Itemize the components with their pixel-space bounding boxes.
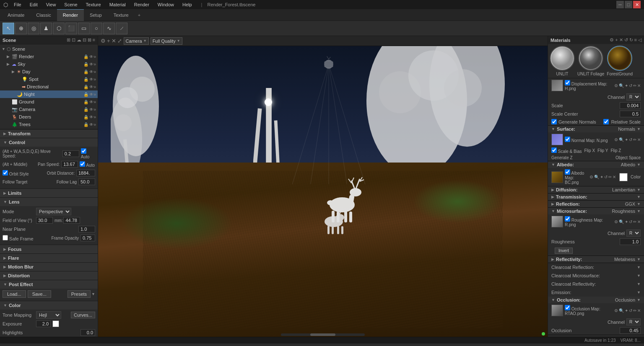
occlusion-channel-select[interactable]: R xyxy=(626,318,641,325)
tree-item-day[interactable]: ▶ ☀ Day 🔒 👁 » xyxy=(0,68,98,75)
tree-item-deers[interactable]: ▶ 🦌 Deers 🔒 👁 » xyxy=(0,113,98,121)
viewport-settings-icon[interactable]: ⚙ xyxy=(101,38,106,44)
menu-help[interactable]: Help xyxy=(180,1,195,8)
mat-icon-5[interactable]: ↻ xyxy=(629,37,633,43)
tree-item-night[interactable]: ▶ 🌙 Night 🔒 👁 » xyxy=(0,90,98,98)
material-forest-ground[interactable]: ForestGround xyxy=(607,46,633,76)
curves-button[interactable]: Curves... xyxy=(71,312,95,318)
distortion-header[interactable]: ▶ Distortion xyxy=(0,271,98,280)
albedo-header[interactable]: ▼ Albedo: Albedo ▼ xyxy=(548,161,644,168)
tool-crosshair[interactable]: ⊕ xyxy=(15,23,27,34)
tree-item-ground[interactable]: ▶ ⬜ Ground 🔒 👁 » xyxy=(0,98,98,106)
material-unlit-foliage[interactable]: UNLIT Foliage xyxy=(577,46,604,76)
presets-button[interactable]: Presets xyxy=(68,290,91,298)
transform-header[interactable]: ▶ Transform xyxy=(0,129,98,138)
scene-icon-3[interactable]: ☁ xyxy=(77,37,81,43)
auto-move-checkbox[interactable] xyxy=(81,148,86,154)
load-button[interactable]: Load... xyxy=(3,290,26,298)
rough-icon-2[interactable]: 🔍 xyxy=(619,219,624,224)
lens-header[interactable]: ▼ Lens xyxy=(0,198,98,206)
menu-window[interactable]: Window xyxy=(155,1,177,8)
tab-plus[interactable]: + xyxy=(135,11,144,19)
scene-icon-1[interactable]: ⊞ xyxy=(67,37,70,43)
camera-dropdown[interactable]: Camera ▼ xyxy=(124,37,149,45)
limits-header[interactable]: ▶ Limits xyxy=(0,189,98,197)
tone-mapping-select[interactable]: Hejl xyxy=(36,311,61,319)
rough-icon-6[interactable]: ✕ xyxy=(637,219,641,224)
tool-select[interactable]: ↖ xyxy=(3,23,14,34)
roughness-input[interactable] xyxy=(620,238,641,245)
transmission-header[interactable]: ▶ Transmission: ▼ xyxy=(548,194,644,200)
mat-icon-7[interactable]: ◁ xyxy=(638,37,641,43)
occ-icon-2[interactable]: 🔍 xyxy=(619,308,624,313)
invert-button[interactable]: Invert xyxy=(555,248,573,254)
alb-icon-2[interactable]: 🔍 xyxy=(594,175,599,179)
focus-header[interactable]: ▶ Focus xyxy=(0,245,98,253)
pan-speed-input[interactable] xyxy=(61,161,78,168)
viewport[interactable]: ⚙ + ✕ ⤢ Camera ▼ Full Quality ▼ xyxy=(98,36,548,337)
tool-cube[interactable]: ⬛ xyxy=(65,23,77,34)
alb-icon-1[interactable]: ⚙ xyxy=(589,175,593,179)
diffusion-header[interactable]: ▶ Diffusion: Lambertian ▼ xyxy=(548,186,644,193)
viewport-scrollbar[interactable] xyxy=(281,333,365,336)
tree-item-sky[interactable]: ▶ ☁ Sky 🔒 👁 » xyxy=(0,60,98,68)
generate-normals-checkbox[interactable] xyxy=(551,119,557,124)
orbit-distance-input[interactable] xyxy=(76,170,95,176)
alb-icon-6[interactable]: ✕ xyxy=(613,175,616,179)
exposure-input[interactable] xyxy=(36,320,51,327)
scene-icon-5[interactable]: ⊠ xyxy=(88,37,91,43)
roughness-map-checkbox[interactable] xyxy=(565,216,570,222)
disp-icon-6[interactable]: ✕ xyxy=(637,83,641,88)
albedo-map-checkbox[interactable] xyxy=(565,169,570,175)
scene-icon-2[interactable]: ⊡ xyxy=(72,37,75,43)
tool-person[interactable]: ♟ xyxy=(40,23,52,34)
reflectivity-header[interactable]: ▶ Reflectivity: Metalness ▼ xyxy=(548,256,644,263)
disp-scale-input[interactable] xyxy=(620,102,641,109)
control-header[interactable]: ▼ Control xyxy=(0,138,98,147)
occ-icon-4[interactable]: ↺ xyxy=(629,308,632,313)
follow-lag-input[interactable] xyxy=(78,178,95,185)
maximize-btn[interactable]: □ xyxy=(625,1,632,8)
menu-view[interactable]: View xyxy=(44,1,59,8)
material-unlit[interactable]: UNLIT xyxy=(550,46,575,76)
mat-icon-6[interactable]: ≡ xyxy=(634,37,637,43)
scene-icon-4[interactable]: ⊟ xyxy=(83,37,86,43)
flare-header[interactable]: ▶ Flare xyxy=(0,254,98,262)
microsurface-header[interactable]: ▼ Microsurface: Roughness ▼ xyxy=(548,208,644,214)
alb-icon-3[interactable]: ✦ xyxy=(600,175,603,179)
mat-icon-1[interactable]: ⚙ xyxy=(610,37,614,43)
albedo-color-swatch[interactable] xyxy=(619,173,628,181)
viewport-add-icon[interactable]: + xyxy=(107,38,110,44)
viewport-close-icon[interactable]: ✕ xyxy=(112,38,116,44)
tab-render[interactable]: Render xyxy=(57,9,84,21)
occ-icon-3[interactable]: ✦ xyxy=(625,308,628,313)
save-button[interactable]: Save... xyxy=(28,290,51,298)
tool-hex[interactable]: ⬡ xyxy=(53,23,65,34)
normal-map-checkbox[interactable] xyxy=(565,137,570,142)
disp-icon-4[interactable]: ↺ xyxy=(629,83,632,88)
tool-orbit[interactable]: ◎ xyxy=(28,23,39,34)
orbit-style-checkbox[interactable] xyxy=(3,170,8,176)
exposure-swatch[interactable] xyxy=(52,320,59,327)
tool-lasso[interactable]: ∿ xyxy=(103,23,115,34)
rough-icon-4[interactable]: ↺ xyxy=(629,219,632,224)
occlusion-header[interactable]: ▼ Occlusion: Occlusion ▼ xyxy=(548,297,644,303)
disp-icon-2[interactable]: 🔍 xyxy=(619,83,624,88)
disp-icon-3[interactable]: ✦ xyxy=(625,83,628,88)
displacement-channel-select[interactable]: R xyxy=(626,93,641,101)
tab-animate[interactable]: Animate xyxy=(2,9,30,21)
auto-pan-checkbox[interactable] xyxy=(80,161,85,167)
mat-icon-2[interactable]: + xyxy=(615,37,618,43)
tree-item-camera[interactable]: ▶ 📷 Camera 🔒 👁 » xyxy=(0,106,98,113)
displacement-checkbox[interactable] xyxy=(565,80,570,85)
post-effect-header[interactable]: ▼ Post Effect xyxy=(0,280,98,289)
tool-path[interactable]: ⟋ xyxy=(116,23,127,34)
occ-icon-6[interactable]: ✕ xyxy=(637,308,641,313)
occ-icon-5[interactable]: ✏ xyxy=(633,308,636,313)
reflection-header[interactable]: ▶ Reflection: GGX ▼ xyxy=(548,201,644,207)
tree-item-render[interactable]: ▶ 🎬 Render 🔒 👁 » xyxy=(0,53,98,60)
alb-icon-5[interactable]: ✏ xyxy=(608,175,612,179)
occ-icon-1[interactable]: ⚙ xyxy=(614,308,618,313)
relative-scale-checkbox[interactable] xyxy=(603,119,609,124)
menu-edit[interactable]: Edit xyxy=(27,1,40,8)
